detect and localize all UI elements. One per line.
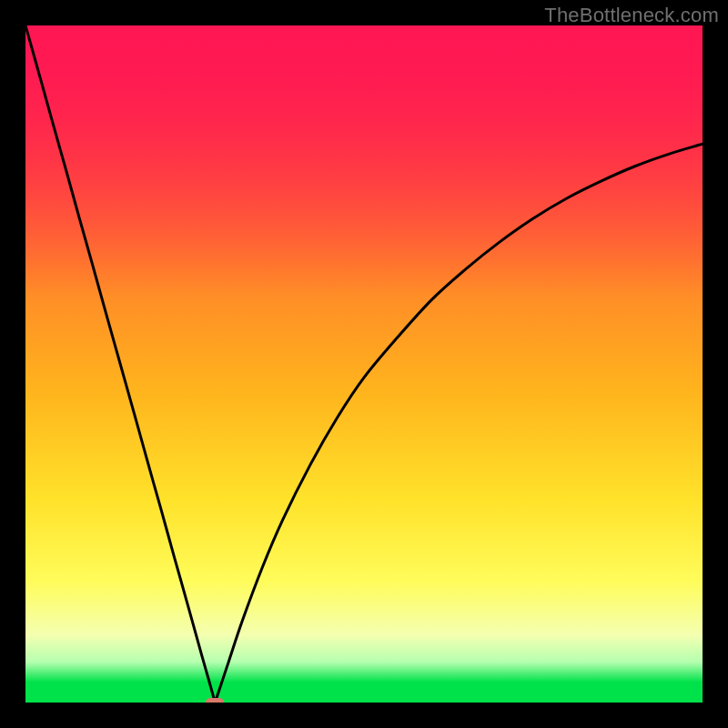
bottleneck-curve [25,25,703,703]
curve-layer [25,25,703,703]
plot-area [25,25,703,703]
watermark-text: TheBottleneck.com [544,4,719,27]
minimum-marker [206,698,224,703]
chart-frame: TheBottleneck.com [0,0,728,728]
